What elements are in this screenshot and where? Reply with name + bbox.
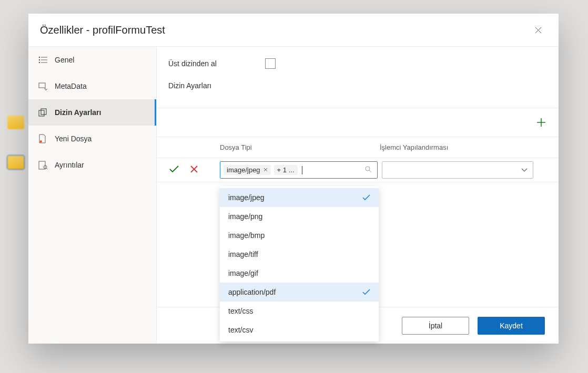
- chevron-down-icon: [521, 168, 528, 172]
- dropdown-option[interactable]: image/bmp: [220, 226, 379, 245]
- background-folder-icon: [7, 156, 24, 169]
- text-caret: [302, 166, 302, 174]
- grid-toolbar: [157, 108, 559, 137]
- grid-header-processor: İşlemci Yapılandırması: [379, 143, 559, 151]
- properties-dialog: Özellikler - profilFormuTest Genel: [28, 14, 559, 344]
- processor-cell: [379, 161, 559, 179]
- processor-select[interactable]: [382, 161, 533, 179]
- overflow-tag[interactable]: + 1 ...: [274, 165, 298, 175]
- cancel-button-label: İptal: [429, 322, 442, 330]
- background-folder-icon: [7, 116, 24, 129]
- sidebar-item-label: Ayrıntılar: [55, 161, 84, 169]
- close-icon: [535, 27, 542, 34]
- svg-line-13: [46, 168, 47, 169]
- new-file-icon: [38, 134, 47, 143]
- list-icon: [38, 55, 47, 65]
- file-type-multiselect[interactable]: image/jpeg + 1 ...: [220, 161, 378, 179]
- confirm-row-button[interactable]: [169, 165, 179, 174]
- check-icon: [362, 194, 370, 201]
- dropdown-option-label: image/bmp: [228, 231, 265, 240]
- sidebar-item-general[interactable]: Genel: [28, 47, 156, 73]
- selected-tag[interactable]: image/jpeg: [224, 165, 271, 175]
- grid-header-file-type: Dosya Tipi: [219, 143, 379, 151]
- svg-point-20: [366, 167, 370, 171]
- sidebar-item-label: Dizin Ayarları: [55, 108, 101, 117]
- dialog-header: Özellikler - profilFormuTest: [28, 14, 559, 46]
- metadata-icon: [38, 81, 47, 91]
- section-title: Dizin Ayarları: [157, 81, 559, 90]
- check-icon: [362, 289, 370, 295]
- grid-row-actions: [157, 165, 219, 174]
- dropdown-option-label: image/gif: [228, 269, 258, 277]
- save-button[interactable]: Kaydet: [478, 317, 545, 335]
- details-icon: [38, 160, 47, 170]
- inherit-checkbox[interactable]: [265, 58, 276, 69]
- multiselect-search-input[interactable]: [301, 162, 374, 178]
- plus-icon: [536, 118, 546, 127]
- save-button-label: Kaydet: [500, 322, 523, 330]
- dropdown-option-label: application/pdf: [228, 288, 276, 296]
- dropdown-option-label: text/css: [228, 307, 253, 315]
- sidebar-item-directory-settings[interactable]: Dizin Ayarları: [28, 99, 156, 126]
- svg-rect-8: [39, 83, 45, 88]
- dropdown-option[interactable]: text/csv: [220, 320, 379, 339]
- dialog-content: Üst dizinden al Dizin Ayarları Dosya Tip…: [157, 47, 559, 344]
- dropdown-option-label: image/jpeg: [228, 193, 265, 202]
- svg-point-2: [38, 57, 40, 58]
- tag-label: image/jpeg: [227, 166, 260, 174]
- svg-point-6: [38, 62, 40, 64]
- dialog-body: Genel MetaData Dizin A: [28, 46, 559, 344]
- inherit-from-parent-row: Üst dizinden al: [157, 58, 559, 69]
- dropdown-option[interactable]: image/jpeg: [220, 188, 379, 207]
- file-type-cell: image/jpeg + 1 ...: [219, 161, 379, 179]
- sidebar-item-label: MetaData: [55, 82, 87, 90]
- svg-line-21: [369, 170, 371, 172]
- close-button[interactable]: [529, 21, 547, 39]
- dropdown-option-label: image/tiff: [228, 250, 258, 258]
- grid-row: image/jpeg + 1 ...: [157, 158, 559, 182]
- dropdown-option[interactable]: image/tiff: [220, 245, 379, 264]
- dropdown-option[interactable]: image/gif: [220, 264, 379, 283]
- overflow-label: + 1 ...: [277, 166, 295, 174]
- svg-rect-9: [39, 110, 44, 116]
- delete-row-button[interactable]: [190, 165, 198, 174]
- cancel-button[interactable]: İptal: [402, 317, 469, 335]
- sidebar-item-new-file[interactable]: Yeni Dosya: [28, 126, 156, 152]
- remove-tag-button[interactable]: [263, 167, 268, 173]
- sidebar-item-metadata[interactable]: MetaData: [28, 73, 156, 99]
- dropdown-option-label: text/csv: [228, 326, 253, 334]
- sidebar-item-label: Genel: [55, 56, 74, 64]
- dialog-title: Özellikler - profilFormuTest: [40, 24, 165, 36]
- close-icon: [263, 168, 268, 172]
- dropdown-option[interactable]: text/css: [220, 302, 379, 320]
- copy-icon: [38, 108, 47, 117]
- svg-rect-10: [41, 109, 46, 115]
- add-row-button[interactable]: [534, 116, 548, 129]
- check-icon: [169, 165, 179, 173]
- svg-point-4: [38, 59, 40, 61]
- close-icon: [190, 165, 198, 173]
- dropdown-option[interactable]: image/png: [220, 207, 379, 226]
- grid-header: Dosya Tipi İşlemci Yapılandırması: [157, 137, 559, 158]
- dropdown-option[interactable]: application/pdf: [220, 283, 379, 302]
- dropdown-option-label: image/png: [228, 212, 262, 221]
- file-type-dropdown: image/jpeg image/png image/bmp image/tif…: [220, 186, 379, 341]
- sidebar-item-label: Yeni Dosya: [55, 134, 92, 143]
- sidebar-item-details[interactable]: Ayrıntılar: [28, 152, 156, 178]
- dialog-sidebar: Genel MetaData Dizin A: [28, 47, 157, 344]
- inherit-label: Üst dizinden al: [168, 59, 217, 68]
- search-icon: [365, 166, 372, 174]
